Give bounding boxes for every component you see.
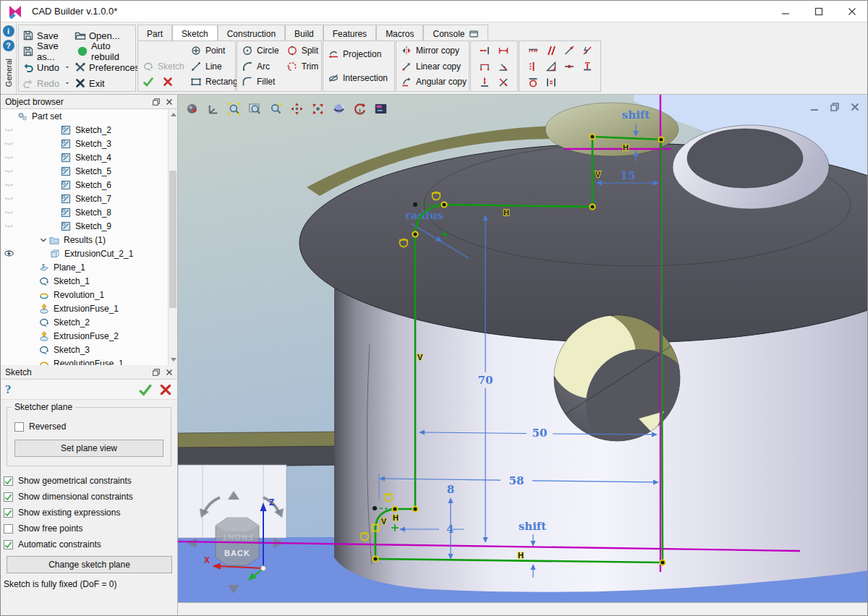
tab-console[interactable]: Console: [423, 25, 488, 40]
tree-item-sketch-2[interactable]: Sketch_2: [1, 123, 177, 137]
split-tool-button[interactable]: Split: [286, 43, 319, 59]
viewport-3d-scene[interactable]: FRONT BACK: [178, 95, 868, 602]
option-show-free-points[interactable]: Show free points: [4, 521, 174, 536]
reversed-checkbox-box[interactable]: [14, 422, 24, 432]
orbit-button[interactable]: [331, 100, 347, 117]
zoom-dynamic-button[interactable]: [268, 100, 284, 117]
dim-angle-arrow-constraint-button[interactable]: [495, 59, 511, 74]
dim-70[interactable]: 70: [478, 374, 493, 387]
tree-item-sketch-8[interactable]: Sketch_8: [1, 205, 177, 219]
tab-sketch[interactable]: Sketch: [172, 25, 218, 40]
object-browser-close-icon[interactable]: [163, 96, 175, 108]
sketch-panel-close-icon[interactable]: [163, 367, 175, 378]
closed-eye-icon[interactable]: [4, 207, 14, 218]
dim-radius-constraint-button[interactable]: [495, 75, 511, 90]
open-button[interactable]: Open...: [75, 30, 131, 41]
sketch-panel-float-icon[interactable]: [150, 367, 162, 378]
redo-button[interactable]: Redo: [22, 77, 71, 89]
sketch-accept-icon[interactable]: [138, 382, 153, 397]
undo-dropdown-icon[interactable]: [64, 64, 71, 71]
save-as-button[interactable]: Save as...: [22, 40, 77, 62]
set-plane-view-button[interactable]: Set plane view: [14, 440, 163, 457]
fix-constraint-button[interactable]: [525, 43, 541, 58]
chevron-down-icon[interactable]: [38, 235, 48, 245]
tab-build[interactable]: Build: [285, 25, 323, 40]
dim-horizontal-constraint-button[interactable]: [477, 43, 493, 58]
tree-item-revolutionfuse-1[interactable]: RevolutionFuse_1: [1, 356, 177, 365]
v-constraint-label[interactable]: V: [595, 170, 601, 179]
tree-item-sketch-6[interactable]: Sketch_6: [1, 178, 177, 192]
h-constraint-label[interactable]: H: [393, 513, 399, 522]
dim-shift-bottom[interactable]: shift: [519, 520, 547, 533]
checkbox-box[interactable]: [4, 492, 13, 502]
dim-15[interactable]: 15: [621, 169, 636, 182]
checkbox-box[interactable]: [4, 476, 13, 486]
preferences-button[interactable]: Preferences: [75, 61, 131, 73]
cancel-sketch-icon[interactable]: [162, 76, 174, 87]
change-sketch-plane-button[interactable]: Change sketch plane: [7, 556, 172, 573]
option-automatic-constraints[interactable]: Automatic constraints: [4, 537, 174, 552]
close-button[interactable]: [835, 1, 868, 22]
axes-triad-button[interactable]: [205, 100, 221, 117]
h-constraint-label[interactable]: H: [503, 208, 509, 217]
sketch-cancel-icon[interactable]: [158, 382, 173, 397]
closed-eye-icon[interactable]: [4, 221, 14, 231]
tree-item-extrusioncut-2-1[interactable]: ExtrusionCut_2_1: [1, 247, 177, 260]
option-show-dimensional-constraints[interactable]: Show dimensional constraints: [4, 489, 174, 504]
tree-item-part-set[interactable]: Part set: [1, 109, 177, 123]
vertical-constraint-button[interactable]: [525, 59, 541, 74]
point-on-line-constraint-button[interactable]: [561, 43, 577, 58]
tree-item-sketch-5[interactable]: Sketch_5: [1, 164, 177, 178]
dim-radius[interactable]: radius: [405, 209, 443, 222]
checkbox-box[interactable]: [4, 508, 13, 518]
equal-constraint-button[interactable]: [543, 75, 559, 90]
tree-item-extrusionfuse-1[interactable]: ExtrusionFuse_1: [1, 301, 177, 315]
pan-button[interactable]: [289, 100, 305, 117]
concentric-constraint-button[interactable]: [525, 75, 541, 90]
dim-vertical-constraint-button[interactable]: [477, 75, 493, 90]
tree-item-plane-1[interactable]: Plane_1: [1, 260, 177, 274]
h-constraint-label[interactable]: H: [518, 551, 524, 560]
dim-length-constraint-button[interactable]: [495, 43, 511, 58]
auto-rebuild-toggle[interactable]: Auto rebuild: [77, 40, 131, 62]
symmetry-constraint-button[interactable]: [579, 43, 595, 58]
tree-item-results-1-[interactable]: Results (1): [1, 233, 177, 247]
save-button[interactable]: Save: [22, 30, 59, 41]
tree-item-sketch-4[interactable]: Sketch_4: [1, 150, 177, 164]
h-constraint-label[interactable]: H: [623, 143, 629, 152]
zoom-fit-button[interactable]: [226, 100, 242, 117]
minimize-button[interactable]: [769, 1, 802, 22]
closed-eye-icon[interactable]: [4, 166, 14, 176]
undo-button[interactable]: Undo: [22, 61, 71, 73]
angular-copy-button[interactable]: Angular copy: [401, 74, 464, 90]
angle-constraint-button[interactable]: [543, 59, 559, 74]
arc-tool-button[interactable]: Arc: [242, 59, 279, 74]
open-eye-icon[interactable]: [4, 248, 14, 259]
exit-button[interactable]: Exit: [75, 77, 131, 89]
checkbox-box[interactable]: [4, 524, 13, 534]
sketch-help-icon[interactable]: ?: [5, 382, 12, 397]
horizontal-constraint-button[interactable]: [579, 59, 595, 74]
midpoint-constraint-button[interactable]: [561, 59, 577, 74]
dim-point-distance-constraint-button[interactable]: [477, 59, 493, 74]
view-camera-button[interactable]: [184, 100, 200, 117]
v-constraint-label[interactable]: V: [417, 353, 423, 362]
nav-cube-face-label[interactable]: BACK: [224, 549, 250, 557]
tab-features[interactable]: Features: [323, 25, 376, 40]
checkbox-box[interactable]: [4, 540, 13, 549]
linear-copy-button[interactable]: Linear copy: [401, 59, 464, 74]
tree-item-sketch-1[interactable]: Sketch_1: [1, 274, 177, 288]
viewport-close-icon[interactable]: [848, 100, 861, 114]
tree-scrollbar[interactable]: [168, 109, 177, 365]
fillet-tool-button[interactable]: Fillet: [242, 74, 279, 90]
tree-item-extrusionfuse-2[interactable]: ExtrusionFuse_2: [1, 329, 177, 343]
viewport-restore-icon[interactable]: [828, 100, 841, 114]
tab-construction[interactable]: Construction: [218, 25, 285, 40]
help-icon[interactable]: ?: [3, 40, 14, 51]
dim-58[interactable]: 58: [509, 474, 524, 487]
info-icon[interactable]: i: [3, 25, 14, 37]
closed-eye-icon[interactable]: [4, 179, 14, 190]
object-browser-float-icon[interactable]: [150, 96, 162, 108]
tree-item-sketch-2[interactable]: Sketch_2: [1, 315, 177, 329]
accept-sketch-icon[interactable]: [142, 76, 154, 87]
